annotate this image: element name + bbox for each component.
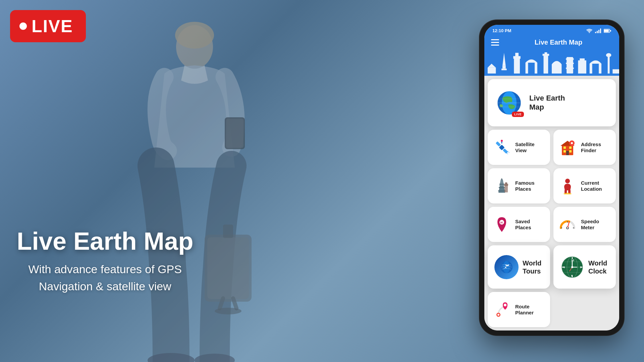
svg-rect-72 xyxy=(504,185,508,192)
saved-places-label: SavedPlaces xyxy=(515,219,531,231)
wifi-icon xyxy=(586,28,592,33)
live-dot xyxy=(19,22,27,30)
svg-text:9: 9 xyxy=(564,266,565,269)
svg-rect-37 xyxy=(580,58,585,61)
status-icons xyxy=(586,28,611,33)
svg-rect-17 xyxy=(604,29,609,32)
svg-rect-62 xyxy=(569,150,572,153)
saved-places-card[interactable]: H SavedPlaces xyxy=(488,207,550,242)
svg-rect-34 xyxy=(566,63,574,64)
svg-rect-63 xyxy=(566,151,569,155)
menu-grid: LIVE Live EarthMap xyxy=(484,76,619,330)
svg-point-106 xyxy=(571,266,573,268)
svg-point-108 xyxy=(497,314,499,316)
current-location-card[interactable]: CurrentLocation xyxy=(553,168,616,203)
status-bar: 12:10 PM xyxy=(484,25,619,35)
phone-frame: 12:10 PM xyxy=(480,20,624,335)
svg-rect-42 xyxy=(488,68,496,74)
svg-rect-8 xyxy=(223,225,233,238)
svg-point-75 xyxy=(565,179,570,183)
svg-rect-39 xyxy=(599,64,601,73)
svg-rect-21 xyxy=(502,66,506,69)
satellite-view-label: SatelliteView xyxy=(515,141,535,154)
svg-rect-38 xyxy=(590,64,592,73)
svg-rect-70 xyxy=(498,190,505,191)
svg-point-1 xyxy=(175,22,214,49)
svg-rect-22 xyxy=(501,69,507,70)
route-planner-card[interactable]: RoutePlanner xyxy=(488,292,550,327)
svg-point-56 xyxy=(501,140,503,142)
phone-device: 12:10 PM xyxy=(480,20,624,335)
svg-rect-15 xyxy=(600,28,601,33)
svg-rect-71 xyxy=(501,178,502,180)
route-planner-label: RoutePlanner xyxy=(515,304,534,316)
city-skyline xyxy=(484,52,619,76)
world-clock-label: WorldClock xyxy=(588,259,607,275)
live-badge: LIVE xyxy=(10,10,86,42)
satellite-view-card[interactable]: SatelliteView xyxy=(488,130,550,165)
world-tours-label: WorldTours xyxy=(523,259,541,275)
famous-places-label: FamousPlaces xyxy=(515,180,535,192)
svg-point-109 xyxy=(504,304,506,306)
svg-text:H: H xyxy=(500,221,503,224)
svg-rect-61 xyxy=(564,150,566,153)
svg-point-88 xyxy=(503,261,510,273)
speedo-meter-icon xyxy=(558,215,577,234)
svg-point-41 xyxy=(606,53,611,57)
famous-places-card[interactable]: FamousPlaces xyxy=(488,168,550,203)
current-location-label: CurrentLocation xyxy=(581,180,602,192)
svg-rect-60 xyxy=(569,146,572,149)
svg-rect-30 xyxy=(544,52,547,54)
svg-rect-27 xyxy=(535,63,537,73)
world-tours-card[interactable]: WorldTours xyxy=(488,245,550,289)
svg-rect-3 xyxy=(226,119,244,148)
live-earth-map-card[interactable]: LIVE Live EarthMap xyxy=(488,79,616,126)
phone-screen: 12:10 PM xyxy=(484,25,619,330)
famous-places-icon xyxy=(492,177,511,195)
route-planner-icon xyxy=(492,300,511,319)
svg-rect-53 xyxy=(496,141,501,146)
svg-rect-59 xyxy=(564,146,566,149)
svg-text:12: 12 xyxy=(571,259,574,262)
world-clock-icon: 12 3 6 9 xyxy=(560,255,584,279)
saved-places-icon: H xyxy=(492,215,511,234)
svg-text:3: 3 xyxy=(580,266,582,269)
svg-rect-28 xyxy=(543,54,548,73)
svg-rect-14 xyxy=(598,30,599,33)
svg-rect-18 xyxy=(610,30,611,32)
svg-text:6: 6 xyxy=(571,274,573,277)
speedo-meter-label: SpeedoMeter xyxy=(581,219,599,231)
hamburger-menu-icon[interactable] xyxy=(491,39,499,46)
signal-icon xyxy=(595,28,601,33)
subtitle: With advance features of GPS Navigation … xyxy=(17,261,193,295)
world-clock-card[interactable]: 12 3 6 9 WorldClock xyxy=(553,245,616,289)
svg-rect-33 xyxy=(566,68,574,69)
battery-icon xyxy=(604,29,611,33)
svg-rect-25 xyxy=(515,53,519,57)
app-toolbar: Live Earth Map xyxy=(484,35,619,52)
address-finder-card[interactable]: AddressFinder xyxy=(553,130,616,165)
globe-container: LIVE xyxy=(496,89,523,116)
svg-point-11 xyxy=(215,308,241,314)
live-earth-map-label: Live EarthMap xyxy=(529,94,565,112)
svg-rect-44 xyxy=(612,69,619,74)
main-title: Live Earth Map xyxy=(17,228,193,255)
svg-rect-13 xyxy=(597,31,598,33)
svg-rect-40 xyxy=(608,56,610,73)
current-location-icon xyxy=(558,177,577,195)
svg-rect-31 xyxy=(552,64,561,73)
svg-rect-69 xyxy=(499,187,505,188)
person-illustration xyxy=(91,7,285,362)
speedo-meter-card[interactable]: SpeedoMeter xyxy=(553,207,616,242)
svg-rect-36 xyxy=(578,60,586,73)
world-tours-icon xyxy=(494,255,519,279)
live-badge-small: LIVE xyxy=(512,112,524,117)
svg-rect-7 xyxy=(207,237,249,299)
svg-rect-23 xyxy=(514,58,520,73)
svg-rect-68 xyxy=(499,184,504,185)
svg-marker-66 xyxy=(499,179,504,186)
svg-rect-74 xyxy=(505,182,507,184)
svg-rect-12 xyxy=(595,32,596,33)
address-finder-label: AddressFinder xyxy=(581,141,601,154)
app-title: Live Earth Map xyxy=(504,39,612,46)
